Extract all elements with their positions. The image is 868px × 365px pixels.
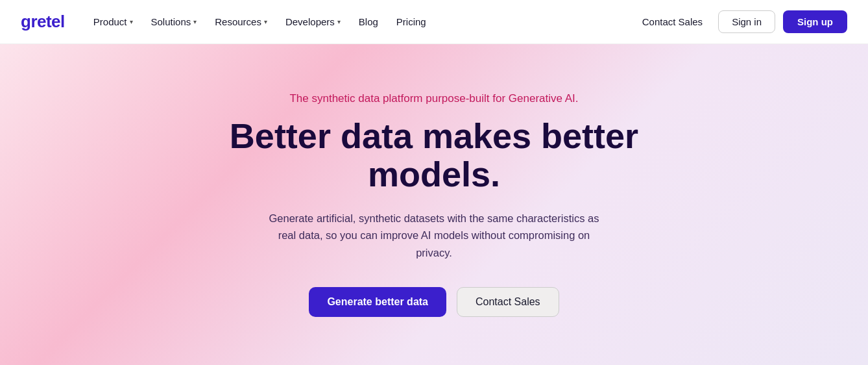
nav-label-product: Product — [93, 16, 127, 27]
nav-item-blog[interactable]: Blog — [351, 11, 386, 32]
nav-links: Product ▾ Solutions ▾ Resources ▾ Develo… — [86, 11, 634, 32]
logo-text: gretel — [21, 12, 65, 32]
nav-item-pricing[interactable]: Pricing — [389, 11, 434, 32]
hero-section: The synthetic data platform purpose-buil… — [0, 44, 868, 365]
contact-sales-link[interactable]: Contact Sales — [634, 11, 710, 32]
nav-item-product[interactable]: Product ▾ — [86, 11, 141, 32]
chevron-down-icon: ▾ — [337, 18, 341, 25]
nav-label-developers: Developers — [285, 16, 335, 27]
nav-label-solutions: Solutions — [151, 16, 191, 27]
hero-title: Better data makes better models. — [191, 117, 677, 194]
chevron-down-icon: ▾ — [130, 18, 133, 25]
contact-sales-button[interactable]: Contact Sales — [457, 287, 559, 317]
nav-item-developers[interactable]: Developers ▾ — [278, 11, 348, 32]
sign-up-button[interactable]: Sign up — [783, 10, 847, 33]
chevron-down-icon: ▾ — [193, 18, 197, 25]
hero-buttons: Generate better data Contact Sales — [309, 287, 559, 317]
generate-better-data-button[interactable]: Generate better data — [309, 287, 446, 317]
nav-actions: Contact Sales Sign in Sign up — [634, 10, 847, 33]
hero-subtitle: Generate artificial, synthetic datasets … — [259, 210, 609, 261]
nav-label-pricing: Pricing — [396, 16, 426, 27]
nav-item-resources[interactable]: Resources ▾ — [207, 11, 275, 32]
nav-label-resources: Resources — [215, 16, 261, 27]
chevron-down-icon: ▾ — [264, 18, 267, 25]
nav-label-blog: Blog — [359, 16, 378, 27]
nav-item-solutions[interactable]: Solutions ▾ — [143, 11, 205, 32]
hero-tagline: The synthetic data platform purpose-buil… — [289, 92, 578, 105]
navbar: gretel Product ▾ Solutions ▾ Resources ▾… — [0, 0, 868, 44]
sign-in-button[interactable]: Sign in — [718, 10, 775, 33]
logo[interactable]: gretel — [21, 12, 65, 32]
